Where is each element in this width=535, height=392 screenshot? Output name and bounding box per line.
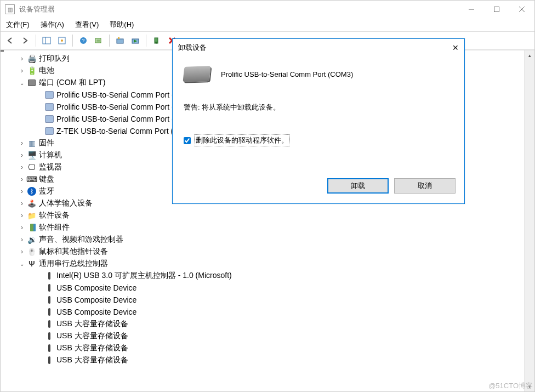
tree-node[interactable]: USB Composite Device: [3, 306, 524, 318]
app-icon: ▥: [5, 4, 15, 14]
menu-action[interactable]: 操作(A): [38, 19, 66, 31]
device-name-label: Prolific USB-to-Serial Comm Port (COM3): [221, 70, 353, 78]
tree-node-label: USB Composite Device: [56, 283, 136, 292]
collapse-icon[interactable]: ⌄: [18, 79, 26, 87]
menu-file[interactable]: 文件(F): [4, 19, 32, 31]
menu-help[interactable]: 帮助(H): [107, 19, 136, 31]
title-bar: ▥ 设备管理器: [1, 1, 534, 18]
update-driver-button[interactable]: [113, 33, 127, 48]
bt-icon: [27, 186, 37, 196]
expand-icon[interactable]: ›: [18, 55, 26, 63]
delete-driver-label[interactable]: 删除此设备的驱动程序软件。: [194, 134, 290, 146]
tree-node-label: 软件组件: [39, 223, 70, 232]
tree-node-label: 蓝牙: [39, 186, 54, 196]
svg-rect-13: [117, 39, 123, 43]
com-icon: [44, 126, 54, 136]
battery-icon: [27, 66, 37, 76]
svg-rect-10: [95, 38, 101, 43]
expand-icon[interactable]: ›: [18, 163, 26, 171]
enable-device-button[interactable]: [128, 33, 143, 48]
printer-icon: [27, 54, 37, 64]
tree-node[interactable]: ›声音、视频和游戏控制器: [3, 234, 524, 246]
tree-node[interactable]: USB Composite Device: [3, 282, 524, 294]
show-hide-tree-button[interactable]: [39, 33, 54, 48]
svg-rect-14: [118, 37, 119, 39]
cancel-button[interactable]: 取消: [394, 178, 456, 194]
window-title: 设备管理器: [19, 4, 55, 14]
dialog-close-button[interactable]: ✕: [452, 43, 459, 52]
tree-node-label: 计算机: [39, 150, 62, 160]
tree-node-label: 监视器: [39, 162, 62, 172]
expand-icon[interactable]: ›: [18, 175, 26, 183]
properties-button[interactable]: [55, 33, 69, 48]
menu-bar: 文件(F) 操作(A) 查看(V) 帮助(H): [1, 18, 534, 31]
maximize-button[interactable]: [484, 1, 509, 18]
audio-icon: [27, 235, 37, 245]
tree-node-label: USB Composite Device: [56, 296, 136, 304]
dialog-title-bar: 卸载设备 ✕: [173, 39, 464, 56]
minimize-button[interactable]: [459, 1, 484, 18]
expand-icon[interactable]: ›: [18, 224, 26, 231]
tree-node[interactable]: ⌄通用串行总线控制器: [3, 258, 524, 270]
warning-text: 警告: 将从系统中卸载此设备。: [184, 103, 453, 112]
expand-icon[interactable]: ›: [18, 200, 26, 207]
tree-node[interactable]: USB 大容量存储设备: [3, 342, 524, 354]
vertical-scrollbar[interactable]: ▴ ▾: [524, 50, 534, 391]
tree-node-label: 人体学输入设备: [39, 198, 93, 208]
swcomp-icon: [27, 223, 37, 232]
menu-view[interactable]: 查看(V): [73, 19, 101, 31]
delete-driver-checkbox[interactable]: [184, 137, 191, 144]
install-driver-button[interactable]: [150, 33, 164, 48]
help-button[interactable]: ?: [76, 33, 90, 48]
com-icon: [44, 102, 54, 112]
com-icon: [44, 90, 54, 100]
tree-node[interactable]: ›软件组件: [3, 221, 524, 234]
tree-node-label: 鼠标和其他指针设备: [39, 247, 108, 257]
close-button[interactable]: [509, 1, 534, 18]
mouse-icon: [27, 247, 37, 257]
tree-node-label: 软件设备: [39, 211, 70, 220]
back-button[interactable]: [3, 33, 17, 48]
tree-node-label: USB 大容量存储设备: [56, 319, 128, 329]
tree-node-label: Intel(R) USB 3.0 可扩展主机控制器 - 1.0 (Microso…: [56, 271, 232, 281]
tree-node[interactable]: ›鼠标和其他指针设备: [3, 246, 524, 258]
tree-node[interactable]: USB 大容量存储设备: [3, 354, 524, 366]
scan-hardware-button[interactable]: [92, 33, 106, 48]
dialog-title: 卸载设备: [178, 43, 207, 53]
pc-icon: [27, 150, 37, 160]
tree-node-label: USB 大容量存储设备: [56, 331, 128, 341]
expand-icon[interactable]: ›: [18, 236, 26, 243]
svg-text:?: ?: [82, 38, 84, 43]
scroll-down-button[interactable]: ▾: [525, 382, 534, 391]
expand-icon[interactable]: ›: [18, 139, 26, 147]
usbhub-icon: [27, 259, 37, 269]
tree-node-label: USB 大容量存储设备: [56, 355, 128, 365]
tree-node[interactable]: USB Composite Device: [3, 294, 524, 306]
usb-icon: [44, 271, 54, 281]
forward-button[interactable]: [18, 33, 32, 48]
collapse-icon[interactable]: ⌄: [18, 260, 26, 268]
tree-node-label: 固件: [39, 138, 54, 148]
expand-icon[interactable]: ›: [18, 151, 26, 159]
uninstall-button[interactable]: 卸载: [327, 178, 389, 194]
tree-node[interactable]: Intel(R) USB 3.0 可扩展主机控制器 - 1.0 (Microso…: [3, 270, 524, 282]
tree-node-label: 键盘: [39, 174, 54, 184]
hid-icon: [27, 198, 37, 208]
expand-icon[interactable]: ›: [18, 188, 26, 195]
tree-node-label: 端口 (COM 和 LPT): [39, 78, 105, 88]
tree-node-label: 声音、视频和游戏控制器: [39, 235, 123, 245]
scroll-up-button[interactable]: ▴: [525, 50, 534, 60]
tree-node[interactable]: USB 大容量存储设备: [3, 318, 524, 330]
svg-point-7: [61, 39, 63, 42]
tree-node[interactable]: USB 大容量存储设备: [3, 330, 524, 342]
expand-icon[interactable]: ›: [18, 248, 26, 255]
tree-node-label: USB 大容量存储设备: [56, 343, 128, 353]
sw-icon: [27, 211, 37, 220]
expand-icon[interactable]: ›: [18, 212, 26, 219]
expand-icon[interactable]: ›: [18, 67, 26, 75]
device-large-icon: [183, 66, 210, 82]
monitor-icon: [27, 162, 37, 172]
usb-icon: [44, 355, 54, 365]
keyboard-icon: [27, 174, 37, 184]
tree-node[interactable]: ›软件设备: [3, 209, 524, 221]
